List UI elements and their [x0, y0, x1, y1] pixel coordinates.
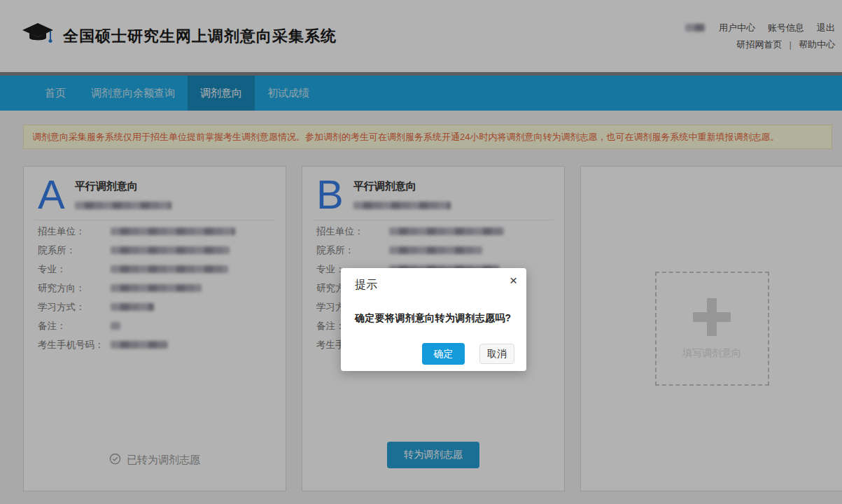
modal-overlay [0, 0, 842, 504]
close-icon[interactable]: × [510, 274, 517, 287]
confirm-button[interactable]: 确定 [422, 343, 465, 365]
dialog-title: 提示 [355, 278, 377, 293]
confirm-dialog: 提示 × 确定要将调剂意向转为调剂志愿吗? 确定 取消 [341, 268, 526, 371]
cancel-button[interactable]: 取消 [479, 344, 514, 364]
dialog-message: 确定要将调剂意向转为调剂志愿吗? [355, 312, 511, 325]
